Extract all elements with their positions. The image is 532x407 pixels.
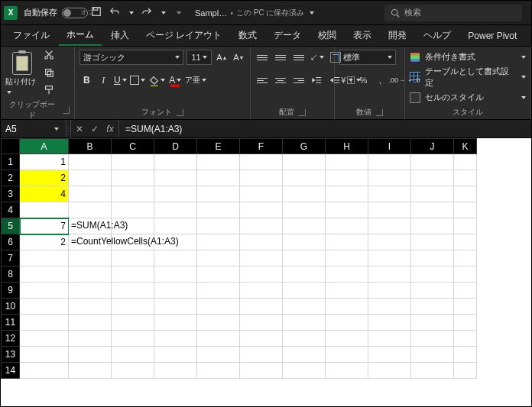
paste-button[interactable]: 貼り付け xyxy=(5,52,39,95)
cell-C4[interactable] xyxy=(112,202,154,218)
cell-E10[interactable] xyxy=(197,299,240,315)
tab-数式[interactable]: 数式 xyxy=(231,26,264,45)
column-header-J[interactable]: J xyxy=(411,139,454,154)
cell-B13[interactable] xyxy=(69,347,112,363)
cell-B7[interactable] xyxy=(69,250,112,266)
column-header-K[interactable]: K xyxy=(454,139,477,154)
bold-button[interactable]: B xyxy=(79,73,93,88)
name-box-input[interactable] xyxy=(1,124,53,134)
cell-C9[interactable] xyxy=(112,283,154,299)
cell-A10[interactable] xyxy=(20,299,69,315)
cell-A5[interactable]: 7 xyxy=(20,218,69,234)
number-format-combo[interactable]: 標準 xyxy=(339,50,396,65)
row-header-6[interactable]: 6 xyxy=(2,234,20,250)
cell-F5[interactable] xyxy=(240,218,283,234)
cell-E9[interactable] xyxy=(197,283,240,299)
cell-A2[interactable]: 2 xyxy=(20,170,69,186)
align-center-button[interactable] xyxy=(274,73,287,88)
cell-G13[interactable] xyxy=(283,347,326,363)
cell-F9[interactable] xyxy=(240,283,283,299)
cell-F14[interactable] xyxy=(240,363,283,379)
cell-A11[interactable] xyxy=(20,315,69,331)
undo-icon[interactable] xyxy=(109,6,120,19)
cell-E2[interactable] xyxy=(197,170,240,186)
cell-J5[interactable] xyxy=(411,218,454,234)
cell-K4[interactable] xyxy=(454,202,477,218)
cell-E12[interactable] xyxy=(197,331,240,347)
tab-開発[interactable]: 開発 xyxy=(381,26,414,45)
cell-G3[interactable] xyxy=(283,186,326,202)
cell-G6[interactable] xyxy=(283,234,326,250)
cell-I5[interactable] xyxy=(368,218,411,234)
cell-B8[interactable] xyxy=(69,266,112,283)
cell-G1[interactable] xyxy=(283,154,326,170)
row-header-14[interactable]: 14 xyxy=(2,363,20,379)
cell-I8[interactable] xyxy=(368,266,411,283)
cell-C7[interactable] xyxy=(112,250,154,266)
row-header-3[interactable]: 3 xyxy=(2,186,20,202)
cell-D14[interactable] xyxy=(154,363,197,379)
cell-E13[interactable] xyxy=(197,347,240,363)
dialog-launcher-icon[interactable] xyxy=(376,109,383,116)
tab-表示[interactable]: 表示 xyxy=(345,26,379,45)
cell-G12[interactable] xyxy=(283,331,326,347)
fill-color-button[interactable] xyxy=(148,73,165,88)
select-all-corner[interactable] xyxy=(2,139,20,154)
cell-C8[interactable] xyxy=(112,266,154,283)
cell-A13[interactable] xyxy=(20,347,69,363)
cell-J1[interactable] xyxy=(411,154,454,170)
cell-D1[interactable] xyxy=(154,154,197,170)
cell-G14[interactable] xyxy=(283,363,326,379)
cell-G5[interactable] xyxy=(283,218,326,234)
cell-B6[interactable]: =CountYellowCells(A1:A3) xyxy=(69,234,112,250)
row-header-9[interactable]: 9 xyxy=(2,283,20,299)
accept-formula-icon[interactable]: ✓ xyxy=(89,124,100,134)
cell-K3[interactable] xyxy=(454,186,477,202)
cell-K12[interactable] xyxy=(454,331,477,347)
cell-I6[interactable] xyxy=(368,234,411,250)
cell-K5[interactable] xyxy=(454,218,477,234)
cell-A4[interactable] xyxy=(20,202,69,218)
cell-D13[interactable] xyxy=(154,347,197,363)
cell-B10[interactable] xyxy=(69,299,112,315)
cell-D11[interactable] xyxy=(154,315,197,331)
cell-H11[interactable] xyxy=(326,315,368,331)
dialog-launcher-icon[interactable] xyxy=(177,109,183,116)
comma-format-button[interactable]: , xyxy=(373,73,387,88)
cell-F1[interactable] xyxy=(240,154,283,170)
cell-D10[interactable] xyxy=(154,299,197,315)
cell-K7[interactable] xyxy=(454,250,477,266)
accounting-format-button[interactable]: ¥ xyxy=(339,73,353,88)
row-header-1[interactable]: 1 xyxy=(2,154,20,170)
cell-B12[interactable] xyxy=(69,331,112,347)
cell-H13[interactable] xyxy=(326,347,368,363)
format-as-table-button[interactable]: テーブルとして書式設定 xyxy=(410,64,526,90)
cell-E14[interactable] xyxy=(197,363,240,379)
tab-挿入[interactable]: 挿入 xyxy=(103,26,137,45)
align-left-button[interactable] xyxy=(255,73,269,88)
dialog-launcher-icon[interactable] xyxy=(63,107,70,114)
row-header-13[interactable]: 13 xyxy=(2,347,20,363)
tab-データ[interactable]: データ xyxy=(266,26,309,45)
cell-A7[interactable] xyxy=(20,250,69,266)
redo-menu-icon[interactable] xyxy=(161,11,166,15)
cell-D3[interactable] xyxy=(154,186,197,202)
cell-D7[interactable] xyxy=(154,250,197,266)
row-header-12[interactable]: 12 xyxy=(2,331,20,347)
cell-F8[interactable] xyxy=(240,266,283,283)
cell-A9[interactable] xyxy=(20,283,69,299)
cell-F11[interactable] xyxy=(240,315,283,331)
row-header-11[interactable]: 11 xyxy=(2,315,20,331)
cell-E5[interactable] xyxy=(197,218,240,234)
cell-E1[interactable] xyxy=(197,154,240,170)
tab-ファイル[interactable]: ファイル xyxy=(5,26,57,45)
dialog-launcher-icon[interactable] xyxy=(299,109,306,116)
tab-ヘルプ[interactable]: ヘルプ xyxy=(416,26,459,45)
cell-C1[interactable] xyxy=(112,154,154,170)
formula-input[interactable]: =SUM(A1:A3) xyxy=(119,120,531,137)
column-header-G[interactable]: G xyxy=(283,139,326,154)
font-size-combo[interactable]: 11 xyxy=(187,50,212,65)
cell-H1[interactable] xyxy=(326,154,368,170)
cell-E6[interactable] xyxy=(197,234,240,250)
column-header-B[interactable]: B xyxy=(69,139,112,154)
